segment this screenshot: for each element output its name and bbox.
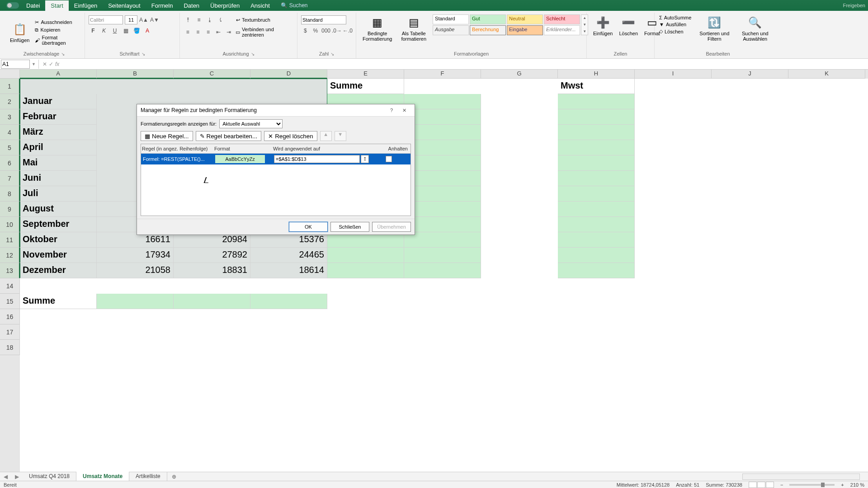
- move-up-button[interactable]: ▲: [320, 131, 332, 141]
- column-header[interactable]: B: [97, 70, 174, 79]
- row-header[interactable]: 13: [0, 263, 20, 278]
- cell[interactable]: [558, 155, 635, 171]
- cell[interactable]: [174, 294, 250, 309]
- view-buttons[interactable]: [749, 482, 774, 488]
- applies-to-input[interactable]: [274, 155, 360, 163]
- enter-icon[interactable]: ✓: [49, 61, 53, 67]
- cell-month[interactable]: Dezember: [20, 263, 97, 278]
- cell-month[interactable]: November: [20, 248, 97, 263]
- format-as-table-button[interactable]: ▤ Als Tabelle formatieren: [398, 14, 429, 42]
- conditional-formatting-button[interactable]: ▦ Bedingte Formatierung: [360, 14, 395, 42]
- fx-icon[interactable]: fx: [55, 61, 59, 67]
- row-header[interactable]: 5: [0, 140, 20, 155]
- cell[interactable]: [404, 217, 481, 232]
- share-button[interactable]: Freigeben: [843, 3, 865, 8]
- find-select-button[interactable]: 🔍Suchen und Auswählen: [736, 14, 774, 51]
- dialog-launcher-icon[interactable]: ↘: [61, 52, 65, 56]
- sheet-tab[interactable]: Umsatz Monate: [76, 472, 129, 482]
- ribbon-tab-formeln[interactable]: Formeln: [146, 0, 179, 11]
- italic-button[interactable]: K: [99, 26, 108, 35]
- row-header[interactable]: 12: [0, 248, 20, 263]
- cancel-icon[interactable]: ✕: [42, 61, 47, 67]
- align-middle-icon[interactable]: ≡: [194, 15, 203, 24]
- row-header[interactable]: 6: [0, 155, 20, 171]
- clear-button[interactable]: ◇Löschen: [658, 28, 692, 35]
- apply-button[interactable]: Übernehmen: [372, 222, 411, 232]
- row-header[interactable]: 10: [0, 217, 20, 232]
- ribbon-tab-datei[interactable]: Datei: [21, 0, 45, 11]
- name-box[interactable]: [1, 60, 30, 69]
- align-center-icon[interactable]: ≡: [194, 28, 203, 37]
- formula-input[interactable]: [63, 60, 868, 69]
- increase-decimal-icon[interactable]: .0→: [332, 26, 341, 35]
- rule-row[interactable]: Formel: =REST(SPALTE()... AaBbCcYyZz ↥: [141, 154, 410, 164]
- cell[interactable]: [404, 109, 481, 125]
- cell[interactable]: [327, 263, 404, 278]
- fill-color-button[interactable]: 🪣: [132, 26, 141, 35]
- row-headers[interactable]: 123456789101112131415161718: [0, 79, 20, 472]
- dialog-launcher-icon[interactable]: ↘: [142, 52, 145, 56]
- column-header[interactable]: A: [20, 70, 97, 79]
- row-header[interactable]: 1: [0, 79, 20, 94]
- cell[interactable]: [558, 217, 635, 232]
- zoom-slider[interactable]: [789, 484, 835, 486]
- cell-month[interactable]: September: [20, 217, 97, 232]
- cell-sum-label[interactable]: Summe: [20, 294, 97, 309]
- indent-inc-icon[interactable]: ⇥: [224, 28, 233, 37]
- horizontal-scrollbar[interactable]: [742, 474, 860, 480]
- cell-styles-gallery[interactable]: StandardGutNeutralSchlechtAusgabeBerechn…: [433, 14, 580, 35]
- border-button[interactable]: ▦: [121, 26, 130, 35]
- row-header[interactable]: 8: [0, 186, 20, 202]
- rules-list[interactable]: Regel (in angez. Reihenfolge) Format Wir…: [141, 144, 411, 216]
- show-rules-for-combo[interactable]: Aktuelle Auswahl: [219, 119, 283, 128]
- ribbon-tab-daten[interactable]: Daten: [178, 0, 205, 11]
- cell[interactable]: [404, 155, 481, 171]
- cell-value[interactable]: 27892: [174, 248, 250, 263]
- orientation-icon[interactable]: ⤹: [216, 15, 225, 24]
- cell-style-swatch[interactable]: Erklärender...: [544, 25, 580, 35]
- cell-header[interactable]: Summe: [327, 79, 404, 94]
- dialog-titlebar[interactable]: Manager für Regeln zur bedingten Formati…: [137, 104, 415, 117]
- ribbon-tab-seitenlayout[interactable]: Seitenlayout: [103, 0, 146, 11]
- cell-month[interactable]: Oktober: [20, 232, 97, 248]
- ok-button[interactable]: OK: [289, 222, 328, 232]
- column-header[interactable]: C: [174, 70, 250, 79]
- ribbon-tab-einfügen[interactable]: Einfügen: [69, 0, 103, 11]
- bold-button[interactable]: F: [89, 26, 98, 35]
- font-color-button[interactable]: A: [143, 26, 152, 35]
- underline-button[interactable]: U: [110, 26, 119, 35]
- cell[interactable]: [404, 263, 481, 278]
- namebox-dropdown-icon[interactable]: ▼: [30, 62, 38, 66]
- tell-me-search[interactable]: 🔍 Suchen: [281, 2, 308, 9]
- ribbon-tab-ansicht[interactable]: Ansicht: [245, 0, 275, 11]
- align-bottom-icon[interactable]: ⭳: [205, 15, 214, 24]
- merge-center-button[interactable]: ▭Verbinden und zentrieren: [235, 26, 293, 38]
- cell-month[interactable]: August: [20, 202, 97, 217]
- cell-style-swatch[interactable]: Ausgabe: [433, 25, 469, 35]
- cell[interactable]: [327, 248, 404, 263]
- cell[interactable]: [558, 140, 635, 155]
- cell-style-swatch[interactable]: Eingabe: [507, 25, 543, 35]
- cell[interactable]: [250, 294, 327, 309]
- cell-value[interactable]: 18831: [174, 263, 250, 278]
- worksheet-grid[interactable]: ABCDEFGHIJK 123456789101112131415161718 …: [0, 70, 868, 472]
- cell[interactable]: [558, 232, 635, 248]
- cell[interactable]: [558, 171, 635, 186]
- cell[interactable]: [404, 248, 481, 263]
- font-name-combo[interactable]: [89, 15, 123, 24]
- sheet-nav-prev-icon[interactable]: ◀: [0, 474, 11, 480]
- row-header[interactable]: 18: [0, 340, 20, 355]
- row-header[interactable]: 15: [0, 294, 20, 309]
- cut-button[interactable]: ✂Ausschneiden: [34, 19, 81, 26]
- autosave-toggle[interactable]: [6, 2, 19, 9]
- column-header[interactable]: I: [635, 70, 712, 79]
- ribbon-tab-überprüfen[interactable]: Überprüfen: [205, 0, 245, 11]
- cell[interactable]: [404, 186, 481, 202]
- row-header[interactable]: 4: [0, 125, 20, 140]
- delete-cells-button[interactable]: ➖Löschen: [616, 14, 641, 51]
- row-header[interactable]: 7: [0, 171, 20, 186]
- cell-style-swatch[interactable]: Schlecht: [544, 14, 580, 24]
- sort-filter-button[interactable]: 🔃Sortieren und Filtern: [696, 14, 733, 51]
- column-header[interactable]: H: [558, 70, 635, 79]
- column-header[interactable]: F: [404, 70, 481, 79]
